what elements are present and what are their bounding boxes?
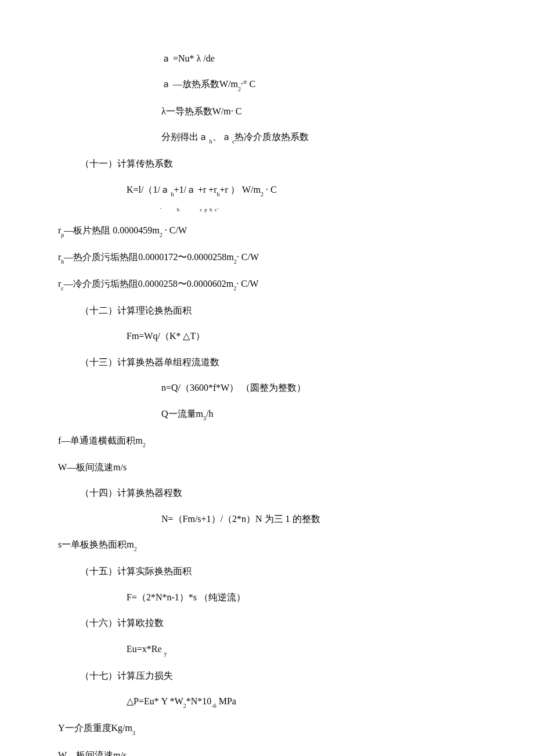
text-line-25: Υ一介质重度Kg/m3 bbox=[58, 722, 476, 736]
text-line-26: W—板间流速m/s bbox=[58, 749, 476, 757]
text-line-13: Q一流量m3/h bbox=[58, 408, 476, 422]
text-line-1: ａ —放热系数W/m2·° C bbox=[58, 78, 476, 92]
text-line-19: （十五）计算实际换热面积 bbox=[58, 565, 476, 578]
text-line-7: rh—热介质污垢热阻0.0000172〜0.0000258m2· C/W bbox=[58, 251, 476, 265]
text-line-9: （十二）计算理论换热面积 bbox=[58, 304, 476, 317]
text-line-0: ａ =Nu* λ /de bbox=[58, 52, 476, 65]
text-line-8: rc—冷介质污垢热阻0.0000258〜0.0000602m2· C/W bbox=[58, 278, 476, 291]
document-body: ａ =Nu* λ /deａ —放热系数W/m2·° Cλ一导热系数W/m· C分… bbox=[58, 52, 476, 756]
text-line-18: s一单板换热面积m2 bbox=[58, 538, 476, 552]
text-line-17: N=（Fm/s+1）/（2*n）N 为三 1 的整数 bbox=[58, 513, 476, 525]
text-line-6: rp—板片热阻 0.0000459m2 · C/W bbox=[58, 224, 476, 238]
text-line-3: 分别得出ａ h、ａ c热冷介质放热系数 bbox=[58, 131, 476, 145]
text-line-2: λ一导热系数W/m· C bbox=[58, 105, 476, 118]
text-line-4: （十一）计算传热系数 bbox=[58, 157, 476, 170]
text-line-15: W—板间流速m/s bbox=[58, 461, 476, 474]
text-line-21: （十六）计算欧拉数 bbox=[58, 617, 476, 629]
text-line-24: △P=Eu* Υ *W2*N*10-6 MPa bbox=[58, 695, 476, 709]
text-line-23: （十七）计算压力损失 bbox=[58, 669, 476, 682]
text-line-10: Fm=Wq/（K* △T） bbox=[58, 330, 476, 343]
text-line-20: F=（2*N*n-1）*s （纯逆流） bbox=[58, 591, 476, 604]
text-line-16: （十四）计算换热器程数 bbox=[58, 487, 476, 499]
text-line-11: （十三）计算换热器单组程流道数 bbox=[58, 356, 476, 369]
text-line-22: Eu=x*Re y bbox=[58, 643, 476, 657]
text-line-5: K=l/（1/ａ h+1/ａ +r +rh+r ） W/m2 · C'hc p … bbox=[58, 183, 476, 211]
text-line-12: n=Q/（3600*f*W） （圆整为整数） bbox=[58, 381, 476, 394]
text-line-14: f—单通道横截面积m2 bbox=[58, 434, 476, 448]
